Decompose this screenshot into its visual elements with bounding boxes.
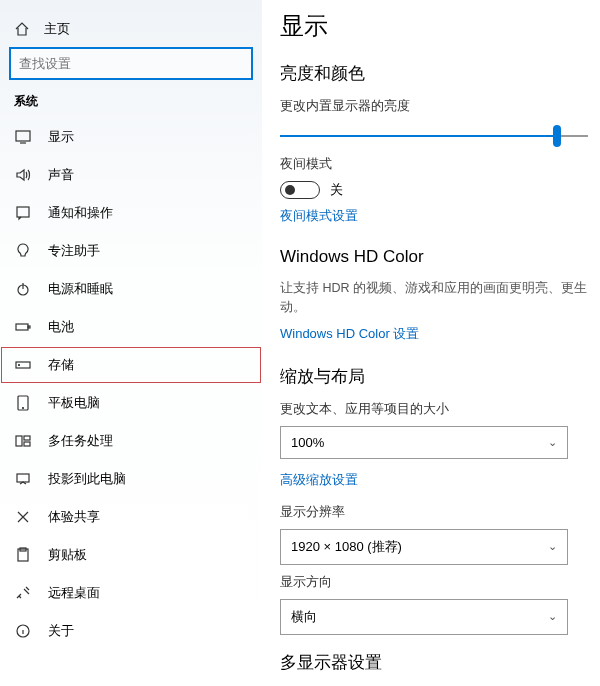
home-icon (14, 21, 30, 37)
sidebar-item-label: 专注助手 (48, 242, 100, 260)
text-size-label: 更改文本、应用等项目的大小 (280, 400, 588, 418)
home-button[interactable]: 主页 (0, 14, 262, 48)
sidebar-item-label: 电池 (48, 318, 74, 336)
svg-rect-9 (16, 436, 22, 446)
sidebar-item-project[interactable]: 投影到此电脑 (0, 460, 262, 498)
sidebar-item-label: 体验共享 (48, 508, 100, 526)
hdr-heading: Windows HD Color (280, 247, 588, 267)
svg-rect-0 (16, 131, 30, 141)
svg-rect-4 (28, 326, 30, 328)
clipboard-icon (14, 546, 32, 564)
advanced-scaling-link[interactable]: 高级缩放设置 (280, 471, 358, 489)
sidebar-item-label: 多任务处理 (48, 432, 113, 450)
sidebar-item-label: 显示 (48, 128, 74, 146)
storage-icon (14, 356, 32, 374)
chevron-down-icon: ⌄ (548, 436, 557, 449)
svg-rect-11 (24, 442, 30, 446)
sidebar-item-label: 平板电脑 (48, 394, 100, 412)
sidebar-item-notifications[interactable]: 通知和操作 (0, 194, 262, 232)
svg-point-8 (23, 408, 24, 409)
night-mode-settings-link[interactable]: 夜间模式设置 (280, 207, 358, 225)
sidebar-item-focus[interactable]: 专注助手 (0, 232, 262, 270)
remote-icon (14, 584, 32, 602)
sidebar-item-display[interactable]: 显示 (0, 118, 262, 156)
sidebar-item-multitask[interactable]: 多任务处理 (0, 422, 262, 460)
sidebar-item-label: 通知和操作 (48, 204, 113, 222)
sidebar-item-remote[interactable]: 远程桌面 (0, 574, 262, 612)
toggle-knob (285, 185, 295, 195)
tablet-icon (14, 394, 32, 412)
sidebar-item-power[interactable]: 电源和睡眠 (0, 270, 262, 308)
toggle-state: 关 (330, 181, 343, 199)
slider-fill (280, 135, 557, 137)
sidebar-item-label: 剪贴板 (48, 546, 87, 564)
orientation-select[interactable]: 横向 ⌄ (280, 599, 568, 635)
svg-rect-3 (16, 324, 28, 330)
search-input[interactable] (10, 48, 252, 79)
about-icon (14, 622, 32, 640)
sidebar-item-label: 投影到此电脑 (48, 470, 126, 488)
scale-heading: 缩放与布局 (280, 365, 588, 388)
settings-sidebar: 主页 系统 显示 声音 通知和操作 专注助手 电源和睡眠 电池 (0, 0, 262, 686)
slider-thumb[interactable] (553, 125, 561, 147)
orientation-value: 横向 (291, 608, 317, 626)
sidebar-item-label: 关于 (48, 622, 74, 640)
hdr-desc: 让支持 HDR 的视频、游戏和应用的画面更明亮、更生动。 (280, 279, 588, 317)
svg-rect-12 (17, 474, 29, 482)
sidebar-item-battery[interactable]: 电池 (0, 308, 262, 346)
sidebar-item-sharing[interactable]: 体验共享 (0, 498, 262, 536)
chevron-down-icon: ⌄ (548, 610, 557, 623)
battery-icon (14, 318, 32, 336)
project-icon (14, 470, 32, 488)
sidebar-item-sound[interactable]: 声音 (0, 156, 262, 194)
focus-icon (14, 242, 32, 260)
power-icon (14, 280, 32, 298)
sidebar-section-label: 系统 (0, 93, 262, 118)
sidebar-item-storage[interactable]: 存储 (0, 346, 262, 384)
sidebar-item-label: 存储 (48, 356, 74, 374)
sidebar-item-tablet[interactable]: 平板电脑 (0, 384, 262, 422)
multi-display-heading: 多显示器设置 (280, 651, 588, 674)
sidebar-item-label: 电源和睡眠 (48, 280, 113, 298)
resolution-select[interactable]: 1920 × 1080 (推荐) ⌄ (280, 529, 568, 565)
notifications-icon (14, 204, 32, 222)
svg-rect-1 (17, 207, 29, 217)
resolution-value: 1920 × 1080 (推荐) (291, 538, 402, 556)
svg-rect-10 (24, 436, 30, 440)
multitask-icon (14, 432, 32, 450)
sidebar-item-about[interactable]: 关于 (0, 612, 262, 650)
sidebar-item-clipboard[interactable]: 剪贴板 (0, 536, 262, 574)
brightness-heading: 亮度和颜色 (280, 62, 588, 85)
resolution-label: 显示分辨率 (280, 503, 588, 521)
sidebar-item-label: 远程桌面 (48, 584, 100, 602)
night-mode-toggle[interactable] (280, 181, 320, 199)
text-size-select[interactable]: 100% ⌄ (280, 426, 568, 459)
display-icon (14, 128, 32, 146)
orientation-label: 显示方向 (280, 573, 588, 591)
text-size-value: 100% (291, 435, 324, 450)
nav-list: 显示 声音 通知和操作 专注助手 电源和睡眠 电池 存储 平板电脑 (0, 118, 262, 650)
hdr-settings-link[interactable]: Windows HD Color 设置 (280, 325, 419, 343)
chevron-down-icon: ⌄ (548, 540, 557, 553)
brightness-slider[interactable] (280, 123, 588, 149)
home-label: 主页 (44, 20, 70, 38)
brightness-desc: 更改内置显示器的亮度 (280, 97, 588, 115)
page-title: 显示 (280, 10, 588, 42)
sharing-icon (14, 508, 32, 526)
main-panel: 显示 亮度和颜色 更改内置显示器的亮度 夜间模式 关 夜间模式设置 Window… (262, 0, 600, 686)
sidebar-item-label: 声音 (48, 166, 74, 184)
night-mode-label: 夜间模式 (280, 155, 588, 173)
search-wrap (0, 48, 262, 93)
svg-point-6 (19, 365, 20, 366)
sound-icon (14, 166, 32, 184)
